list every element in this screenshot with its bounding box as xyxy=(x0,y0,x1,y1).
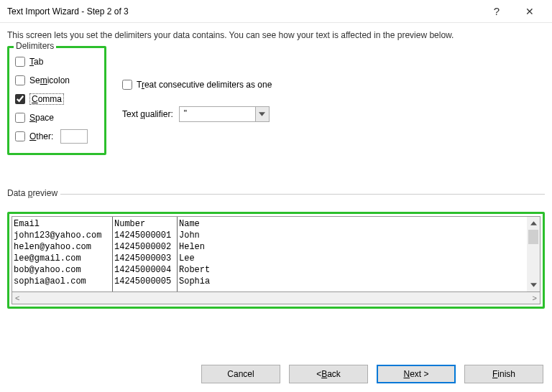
data-preview-columns: Email john123@yahoo.com helen@yahoo.com … xyxy=(12,217,527,291)
preview-column: Email john123@yahoo.com helen@yahoo.com … xyxy=(12,217,113,291)
next-button[interactable]: Next > xyxy=(377,365,456,383)
chevron-down-icon xyxy=(530,283,537,287)
finish-button[interactable]: Finish xyxy=(464,365,543,383)
preview-vertical-scrollbar[interactable] xyxy=(527,217,540,291)
treat-consecutive-checkbox[interactable] xyxy=(122,80,132,90)
close-button[interactable]: ✕ xyxy=(513,0,546,23)
space-checkbox[interactable] xyxy=(15,113,25,123)
other-input[interactable] xyxy=(60,129,88,144)
chevron-down-icon xyxy=(259,112,265,116)
preview-horizontal-scrollbar[interactable]: < > xyxy=(12,292,540,304)
cancel-button[interactable]: Cancel xyxy=(201,365,280,383)
delimiters-legend: Delimiters xyxy=(14,41,56,51)
scroll-track[interactable] xyxy=(527,230,540,279)
data-preview-group: Data preview Email john123@yahoo.com hel… xyxy=(7,194,545,309)
other-checkbox[interactable] xyxy=(15,131,25,141)
data-preview-legend: Data preview xyxy=(7,188,60,198)
help-button[interactable]: ? xyxy=(480,0,513,23)
semicolon-label[interactable]: Semicolon xyxy=(29,75,70,85)
scroll-left-arrow[interactable]: < xyxy=(15,294,19,302)
text-qualifier-label: Text qualifier: xyxy=(122,109,173,119)
chevron-up-icon xyxy=(530,221,537,225)
space-label[interactable]: Space xyxy=(29,113,54,123)
titlebar: Text Import Wizard - Step 2 of 3 ? ✕ xyxy=(0,0,552,23)
delimiter-options: Treat consecutive delimiters as one Text… xyxy=(122,45,272,122)
back-button[interactable]: < Back xyxy=(289,365,368,383)
text-qualifier-dropdown-button[interactable] xyxy=(255,106,270,122)
comma-label[interactable]: Comma xyxy=(29,94,64,104)
dialog-buttons: Cancel < Back Next > Finish xyxy=(0,352,552,392)
delimiters-fieldset: Delimiters Tab Semicolon Comma Space xyxy=(7,46,106,155)
preview-column: Name John Helen Lee Robert Sophia xyxy=(178,217,527,291)
dialog-description: This screen lets you set the delimiters … xyxy=(0,23,552,45)
text-import-wizard-dialog: Text Import Wizard - Step 2 of 3 ? ✕ Thi… xyxy=(0,0,552,392)
treat-consecutive-label[interactable]: Treat consecutive delimiters as one xyxy=(137,80,272,90)
scroll-up-arrow[interactable] xyxy=(527,217,540,230)
dialog-title: Text Import Wizard - Step 2 of 3 xyxy=(7,6,480,17)
data-preview-box: Email john123@yahoo.com helen@yahoo.com … xyxy=(7,212,545,309)
data-preview-inner: Email john123@yahoo.com helen@yahoo.com … xyxy=(12,216,540,292)
tab-checkbox[interactable] xyxy=(15,57,25,67)
scroll-thumb[interactable] xyxy=(528,230,538,244)
text-qualifier-value: " xyxy=(179,106,255,122)
scroll-right-arrow[interactable]: > xyxy=(533,294,537,302)
tab-label[interactable]: Tab xyxy=(29,57,43,67)
semicolon-checkbox[interactable] xyxy=(15,75,25,85)
comma-checkbox[interactable] xyxy=(15,94,25,104)
preview-column: Number 14245000001 14245000002 142450000… xyxy=(113,217,178,291)
text-qualifier-select[interactable]: " xyxy=(179,106,270,122)
scroll-down-arrow[interactable] xyxy=(527,279,540,291)
other-label[interactable]: Other: xyxy=(29,131,53,141)
